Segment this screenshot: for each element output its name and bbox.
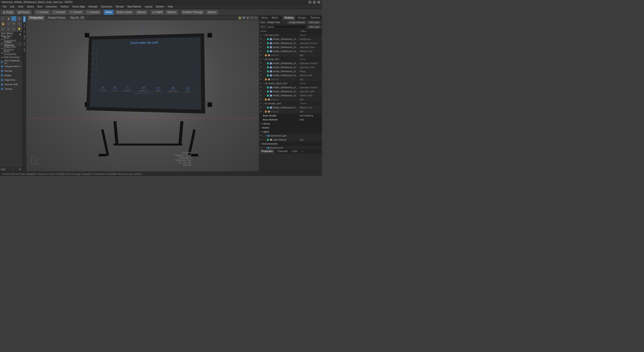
menu-texture[interactable]: Texture bbox=[59, 5, 70, 9]
shader-row-paint-refl[interactable]: 👁 ▣ Mobile_Whiteboard_Stand_Paint_Reflec… bbox=[259, 41, 322, 45]
menu-render[interactable]: Render bbox=[114, 5, 126, 9]
br-tab-channels[interactable]: Channels bbox=[275, 149, 290, 154]
shader-row-light-mat[interactable]: 👁 ◼ Light Material (all) bbox=[259, 138, 322, 142]
vp-tab-shaded[interactable]: Shaded Texture bbox=[46, 16, 67, 20]
menu-file[interactable]: File bbox=[1, 5, 8, 9]
presets-button[interactable]: ▤ Presets bbox=[16, 10, 32, 15]
filter-input[interactable] bbox=[266, 25, 306, 29]
shader-row-plastic-refl[interactable]: 👁 ▣ Mobile_Whiteboard_Stand_Plastic_Blac… bbox=[259, 85, 322, 90]
menu-dynamics[interactable]: Dynamics bbox=[100, 5, 114, 9]
vp-tab-raygl[interactable]: Ray GL: Off bbox=[68, 16, 86, 20]
tool-sds-subdivide[interactable]: SDS Subdivide 2X bbox=[0, 60, 22, 64]
action-center-button[interactable]: Action Center bbox=[114, 10, 134, 15]
strip-tab-edge[interactable]: Edge bbox=[23, 34, 26, 41]
shader-row-lights[interactable]: ▼ Lights bbox=[259, 130, 322, 134]
shader-row-paint-mat[interactable]: 👁 ▼ Paint_MAT Texture bbox=[259, 33, 322, 37]
shader-row-library[interactable]: ▸ Library bbox=[259, 122, 322, 126]
convert-button-1[interactable]: ⬡ Convert bbox=[34, 10, 51, 15]
shader-row-monitor-material[interactable]: 👁 ◼ Material (all) bbox=[259, 110, 322, 114]
tab-shading[interactable]: Shading bbox=[282, 16, 296, 20]
tool-icon-8[interactable]: ⤡ bbox=[17, 21, 22, 26]
shader-row-plastic-diff[interactable]: 👁 ▣ Mobile_Whiteboard_Stand_Plastic_Blac… bbox=[259, 94, 322, 98]
select-through-button[interactable]: ⊞ Select Through bbox=[181, 10, 205, 15]
shader-row-paint-refl2[interactable]: 👁 ▣ Mobile_Whiteboard_Stand_Paint_Reflec… bbox=[259, 45, 322, 49]
menu-maxtomodo[interactable]: MaxToModo bbox=[126, 5, 143, 9]
edit-section[interactable]: Edit ▼ bbox=[0, 167, 22, 171]
tool-icon-10[interactable]: ✏ bbox=[6, 27, 11, 32]
vp-tab-perspective[interactable]: Perspective bbox=[28, 16, 45, 20]
mesh-constraints-header[interactable]: ▸ Mesh Constraints bbox=[0, 51, 22, 55]
menu-select[interactable]: Select bbox=[25, 5, 35, 9]
tool-polygon-bevel[interactable]: Polygon Bevel B bbox=[0, 64, 22, 69]
shader-row-metal-refl[interactable]: 👁 ▣ Mobile_Whiteboard_Stand_Metal_Reflec… bbox=[259, 61, 322, 65]
strip-tab-mat[interactable]: Mat bbox=[23, 47, 26, 53]
tool-smooth-shift[interactable]: Smooth Shift bbox=[0, 82, 22, 87]
shader-row-monitor-mat[interactable]: 👁 ▼ Monitor_MAT Texture bbox=[259, 102, 322, 106]
tool-icon-11[interactable]: ⬡ bbox=[11, 27, 16, 32]
strip-tab-item[interactable]: Item bbox=[23, 22, 26, 29]
3d-viewport[interactable]: Fruit sales by unit 0 25 50 75 100 125 bbox=[26, 20, 259, 171]
menu-vertexmap[interactable]: Vertex Map bbox=[71, 5, 87, 9]
shader-row-metal-refl2[interactable]: 👁 ▣ Mobile_Whiteboard_Stand_Metal_Reflec… bbox=[259, 65, 322, 69]
items-button[interactable]: Items bbox=[103, 10, 114, 15]
menu-system[interactable]: System bbox=[154, 5, 166, 9]
menu-animate[interactable]: Animate bbox=[87, 5, 99, 9]
maximize-button[interactable]: □ bbox=[313, 1, 316, 4]
menu-edit[interactable]: Edit bbox=[9, 5, 16, 9]
tool-extrude[interactable]: Extrude bbox=[0, 69, 22, 73]
shader-row-plastic-material[interactable]: 👁 ◼ Material (all) bbox=[259, 98, 322, 102]
falloff-button[interactable]: ◎ Falloff bbox=[150, 10, 165, 15]
strip-tab-anim[interactable]: Anim bbox=[23, 16, 26, 22]
options-button-3[interactable]: Options bbox=[205, 10, 218, 15]
assign-material-button[interactable]: Assign Material bbox=[287, 20, 306, 24]
shader-row-paint-diff[interactable]: 👁 ▣ Mobile_Whiteboard_Stand_Paint_Diffus… bbox=[259, 49, 322, 53]
options-button-1[interactable]: Options bbox=[135, 10, 148, 15]
br-tab-lists[interactable]: Lists bbox=[290, 149, 300, 154]
tab-meshops[interactable]: Mesh Ops bbox=[270, 16, 282, 20]
tab-items[interactable]: Items bbox=[259, 16, 270, 20]
tool-icon-3[interactable]: △ bbox=[11, 16, 16, 21]
shader-row-metal-bump[interactable]: 👁 ▣ Mobile_Whiteboard_Stand_Metal_Reflec… bbox=[259, 69, 322, 73]
convert-button-3[interactable]: ⬡ Convert bbox=[68, 10, 84, 15]
tool-icon-2[interactable]: ◉ bbox=[6, 16, 11, 21]
tool-thicken[interactable]: Thicken bbox=[0, 87, 22, 91]
br-tab-properties[interactable]: Properties bbox=[259, 149, 275, 154]
menu-geometry[interactable]: Geometry bbox=[44, 5, 58, 9]
shader-row-metal-diff[interactable]: 👁 ▣ Mobile_Whiteboard_Stand_Metal_Diffus… bbox=[259, 73, 322, 77]
menu-help[interactable]: Help bbox=[166, 5, 175, 9]
menu-view[interactable]: View bbox=[16, 5, 25, 9]
vp-icon-help[interactable]: ? bbox=[254, 16, 258, 20]
shader-row-environment[interactable]: 👁 ▼ Environment bbox=[259, 146, 322, 149]
shader-row-base-material[interactable]: Base Material (all) bbox=[259, 118, 322, 122]
shader-row-plastic-spec[interactable]: 👁 ▣ Mobile_Whiteboard_Stand_Plastic_Blac… bbox=[259, 90, 322, 94]
window-controls[interactable]: ─ □ ✕ bbox=[308, 1, 320, 4]
vp-icon-settings[interactable]: ⚙ bbox=[246, 16, 250, 20]
tab-textures[interactable]: Textures bbox=[308, 16, 322, 20]
convert-button-4[interactable]: ⬡ Convert bbox=[85, 10, 101, 15]
br-tab-plus[interactable]: + bbox=[299, 149, 305, 154]
tool-icon-12[interactable]: 💡 bbox=[17, 27, 22, 32]
sculpt-button[interactable]: ◈ Sculpt bbox=[1, 10, 15, 15]
tool-icon-6[interactable]: ↔ bbox=[6, 21, 11, 26]
shader-row-nodes[interactable]: ▸ Nodes bbox=[259, 126, 322, 130]
add-layer-button[interactable]: Add Layer bbox=[307, 20, 321, 24]
strip-tab-pts[interactable]: Pts bbox=[23, 29, 26, 34]
convert-button-2[interactable]: ⬡ Convert bbox=[51, 10, 67, 15]
tool-icon-5[interactable]: ✋ bbox=[1, 21, 6, 26]
shader-row-metal-material[interactable]: 👁 ◼ Material (all) bbox=[259, 77, 322, 81]
vp-icon-lock[interactable]: 🔒 bbox=[238, 16, 242, 20]
shader-row-plastic-mat[interactable]: 👁 ▼ Plastic_Black_MAT Texture bbox=[259, 81, 322, 85]
add-geometry-header[interactable]: ▸ Add Geometry bbox=[0, 55, 22, 60]
shader-row-dir-light[interactable]: 👁 ▼ Directional Light bbox=[259, 134, 322, 138]
shader-row-base-shader[interactable]: Base Shader Full Shading bbox=[259, 114, 322, 118]
center-selected-item[interactable]: Center Selected ▼ bbox=[0, 41, 22, 46]
options-button-2[interactable]: Options bbox=[165, 10, 178, 15]
add-layer-filter-button[interactable]: Add Layer bbox=[307, 25, 321, 29]
menu-item[interactable]: Item bbox=[36, 5, 44, 9]
vp-icon-camera[interactable]: 📷 bbox=[242, 16, 246, 20]
shader-row-gloss[interactable]: 👁 ▣ Mobile_Whiteboard_Stand_Paint_Glossi… bbox=[259, 37, 322, 41]
tool-icon-7[interactable]: ↻ bbox=[11, 21, 16, 26]
menu-layout[interactable]: Layout bbox=[143, 5, 154, 9]
tool-icon-4[interactable]: ▲ bbox=[17, 16, 22, 21]
tool-bridge[interactable]: Bridge bbox=[0, 73, 22, 78]
